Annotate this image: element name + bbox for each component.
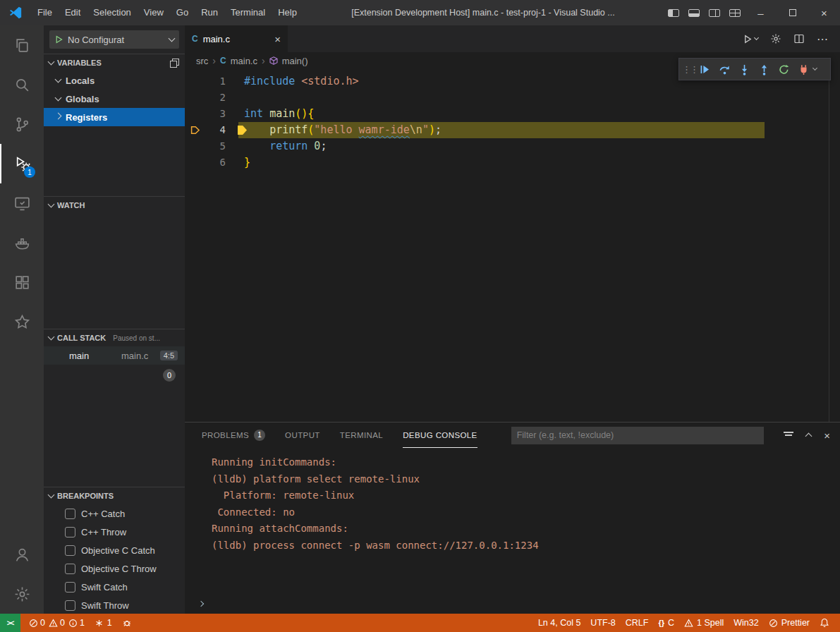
maximize-button[interactable] xyxy=(777,0,808,25)
checkbox-unchecked[interactable] xyxy=(65,564,75,574)
more-actions-icon[interactable]: ⋯ xyxy=(817,32,829,46)
menu-file[interactable]: File xyxy=(31,0,59,25)
disconnect-button[interactable] xyxy=(793,59,813,79)
notifications[interactable] xyxy=(815,614,834,632)
close-panel-icon[interactable]: × xyxy=(824,430,830,442)
problems-status[interactable]: 0 0 1 xyxy=(24,614,90,632)
step-out-button[interactable] xyxy=(754,59,774,79)
platform-status[interactable]: Win32 xyxy=(729,614,763,632)
menu-edit[interactable]: Edit xyxy=(59,0,87,25)
toggle-secondary-sidebar-icon[interactable] xyxy=(704,0,724,25)
breakpoint-objective-c-catch[interactable]: Objective C Catch xyxy=(44,541,185,559)
gutter[interactable] xyxy=(185,73,205,90)
checkbox-unchecked[interactable] xyxy=(65,509,75,519)
toggle-panel-icon[interactable] xyxy=(683,0,704,25)
code-line-3[interactable]: 3int main(){ xyxy=(185,106,840,122)
drag-handle-icon[interactable]: ⋮⋮ xyxy=(682,64,695,75)
watch-header[interactable]: WATCH xyxy=(44,197,185,214)
close-button[interactable]: × xyxy=(808,0,840,25)
gutter[interactable] xyxy=(185,90,205,106)
activity-docker[interactable] xyxy=(0,223,44,262)
breakpoint-objective-c-throw[interactable]: Objective C Throw xyxy=(44,559,185,578)
start-debugging-icon[interactable] xyxy=(54,35,63,44)
debug-status[interactable] xyxy=(117,614,137,632)
editor-scrollbar[interactable] xyxy=(829,69,840,422)
menu-terminal[interactable]: Terminal xyxy=(224,0,272,25)
continue-button[interactable] xyxy=(695,59,714,79)
activity-favorites[interactable] xyxy=(0,302,44,341)
activity-search[interactable] xyxy=(0,65,44,104)
remote-indicator[interactable]: >< xyxy=(0,614,20,632)
docker-icon xyxy=(13,234,31,252)
code-editor[interactable]: 1#include <stdio.h>23int main(){4 printf… xyxy=(185,69,840,422)
breadcrumb-file[interactable]: main.c xyxy=(231,56,257,66)
breadcrumb-symbol[interactable]: main() xyxy=(282,56,308,66)
code-line-6[interactable]: 6} xyxy=(185,154,840,171)
breakpoint-c-catch[interactable]: C++ Catch xyxy=(44,504,185,523)
variables-group-registers[interactable]: Registers xyxy=(44,108,185,126)
gutter[interactable] xyxy=(185,106,205,122)
panel-tab-output[interactable]: OUTPUT xyxy=(285,423,320,448)
menu-view[interactable]: View xyxy=(138,0,170,25)
variables-header[interactable]: VARIABLES xyxy=(44,54,185,71)
chevron-down-icon[interactable] xyxy=(812,66,817,71)
spell-status[interactable]: 1 Spell xyxy=(679,614,729,632)
restart-button[interactable] xyxy=(774,59,793,79)
menu-selection[interactable]: Selection xyxy=(87,0,137,25)
debug-config-dropdown[interactable]: No Configurat xyxy=(49,30,179,49)
activity-source-control[interactable] xyxy=(0,104,44,144)
gutter[interactable] xyxy=(185,154,205,171)
checkbox-unchecked[interactable] xyxy=(65,527,75,537)
checkbox-unchecked[interactable] xyxy=(65,600,75,611)
console-filter-input[interactable] xyxy=(511,427,764,444)
step-over-button[interactable] xyxy=(714,59,734,79)
variables-group-locals[interactable]: Locals xyxy=(44,71,185,90)
collapse-all-icon[interactable] xyxy=(170,59,179,68)
configure-gear-icon[interactable] xyxy=(770,33,781,44)
eol-status[interactable]: CRLF xyxy=(621,614,654,632)
customize-layout-icon[interactable] xyxy=(724,0,745,25)
stack-frame[interactable]: main main.c 4:5 xyxy=(44,346,185,365)
activity-account[interactable] xyxy=(0,535,44,574)
step-into-button[interactable] xyxy=(734,59,754,79)
variables-group-globals[interactable]: Globals xyxy=(44,90,185,108)
panel-tab-problems[interactable]: PROBLEMS1 xyxy=(202,423,265,448)
run-or-debug-button[interactable] xyxy=(743,34,758,44)
panel-tab-debug-console[interactable]: DEBUG CONSOLE xyxy=(403,423,477,448)
code-line-5[interactable]: 5 return 0; xyxy=(185,138,840,154)
split-editor-icon[interactable] xyxy=(793,33,805,44)
activity-remote-explorer[interactable] xyxy=(0,183,44,223)
breadcrumb-folder[interactable]: src xyxy=(196,56,208,66)
activity-extensions[interactable] xyxy=(0,262,44,302)
code-line-4[interactable]: 4 printf("hello wamr-ide\n"); xyxy=(185,122,840,138)
gutter[interactable] xyxy=(185,138,205,154)
formatter-status[interactable]: Prettier xyxy=(764,614,815,632)
tab-main-c[interactable]: C main.c × xyxy=(185,25,288,52)
breakpoint-c-throw[interactable]: C++ Throw xyxy=(44,523,185,541)
activity-run-debug[interactable]: 1 xyxy=(0,144,44,183)
menu-run[interactable]: Run xyxy=(195,0,224,25)
breakpoint-swift-catch[interactable]: Swift Catch xyxy=(44,578,185,596)
toggle-sidebar-icon[interactable] xyxy=(663,0,683,25)
forwarded-ports-status[interactable]: 1 xyxy=(90,614,117,632)
menu-go[interactable]: Go xyxy=(170,0,195,25)
checkbox-unchecked[interactable] xyxy=(65,545,75,556)
close-tab-icon[interactable]: × xyxy=(274,33,281,45)
code-line-2[interactable]: 2 xyxy=(185,90,840,106)
breakpoints-header[interactable]: BREAKPOINTS xyxy=(44,487,185,504)
activity-settings[interactable] xyxy=(0,574,44,614)
filter-icon[interactable] xyxy=(784,431,793,439)
call-stack-header[interactable]: CALL STACK Paused on st... xyxy=(44,329,185,346)
maximize-panel-icon[interactable] xyxy=(805,433,812,440)
activity-explorer[interactable] xyxy=(0,25,44,65)
cursor-position[interactable]: Ln 4, Col 5 xyxy=(533,614,585,632)
breakpoint-swift-throw[interactable]: Swift Throw xyxy=(44,596,185,614)
language-mode[interactable]: {} C xyxy=(653,614,679,632)
menu-help[interactable]: Help xyxy=(272,0,303,25)
panel-tab-terminal[interactable]: TERMINAL xyxy=(340,423,383,448)
minimize-button[interactable]: – xyxy=(745,0,777,25)
checkbox-unchecked[interactable] xyxy=(65,582,75,592)
debug-console-input[interactable] xyxy=(185,595,840,614)
encoding-status[interactable]: UTF-8 xyxy=(585,614,620,632)
breakpoint-gutter[interactable] xyxy=(185,122,205,138)
